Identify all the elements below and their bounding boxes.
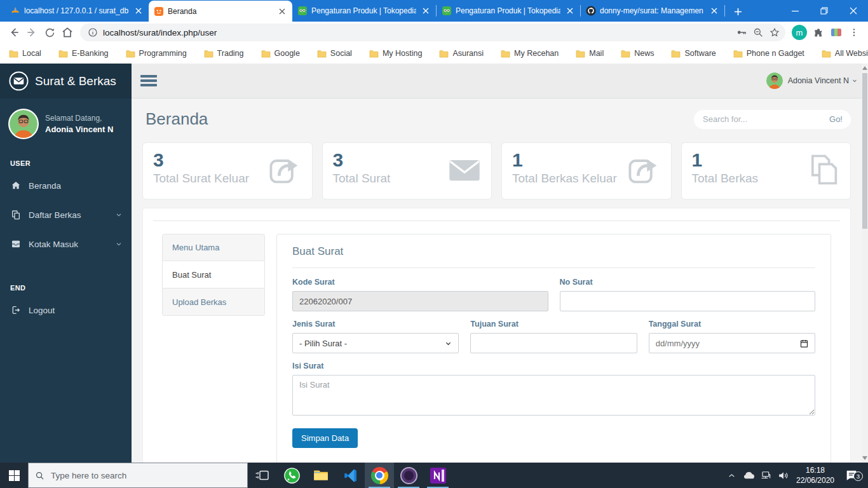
extension-icon[interactable] [827, 24, 845, 41]
bookmark-folder[interactable]: My Hosting [369, 49, 423, 58]
chrome-taskbar-icon[interactable] [365, 463, 394, 488]
extensions-puzzle-icon[interactable] [810, 24, 827, 41]
taskbar-search[interactable] [28, 463, 248, 488]
sidebar-item-label: Beranda [29, 181, 123, 191]
start-button[interactable] [0, 463, 28, 488]
no-surat-field[interactable] [560, 291, 816, 311]
isi-surat-label: Isi Surat [292, 362, 815, 370]
home-button[interactable] [58, 24, 76, 41]
tab-close-icon[interactable] [420, 6, 431, 17]
task-view-button[interactable] [248, 463, 277, 488]
sidebar-item-logout[interactable]: Logout [0, 295, 132, 325]
tanggal-surat-field[interactable]: dd/mm/yyyy [649, 333, 815, 353]
bookmark-folder[interactable]: Google [261, 49, 300, 58]
taskbar-clock[interactable]: 16:18 22/06/2020 [793, 465, 837, 485]
bookmark-folder[interactable]: Trading [204, 49, 244, 58]
search-icon [35, 471, 44, 480]
tab-phpmyadmin[interactable]: localhost / 127.0.0.1 / surat_db [5, 0, 149, 22]
taskbar-search-input[interactable] [51, 471, 241, 480]
folder-icon [822, 50, 831, 58]
panel-divider [153, 220, 840, 221]
info-icon[interactable] [88, 27, 98, 37]
bookmark-folder[interactable]: Programming [126, 49, 187, 58]
password-key-icon[interactable] [733, 24, 750, 41]
tab-tokopedia-1[interactable]: Pengaturan Produk | Tokopedia [292, 0, 436, 22]
bookmark-folder[interactable]: E-Banking [58, 49, 109, 58]
file-explorer-icon[interactable] [306, 463, 336, 488]
share-icon [268, 152, 303, 190]
search-go-button[interactable]: Go! [829, 114, 843, 124]
bookmark-label: My Recehan [514, 49, 559, 58]
bookmark-folder[interactable]: Asuransi [439, 49, 484, 58]
bookmark-folder[interactable]: Mail [576, 49, 604, 58]
bookmark-star-icon[interactable] [766, 24, 783, 41]
speaker-icon[interactable] [775, 470, 792, 482]
tab-title: localhost / 127.0.0.1 / surat_db [24, 6, 129, 15]
tujuan-surat-field[interactable] [470, 333, 637, 353]
tokopedia-favicon [442, 6, 452, 16]
jenis-surat-select[interactable]: - Pilih Surat - [292, 333, 459, 353]
sidebar-item-beranda[interactable]: Beranda [0, 171, 132, 200]
close-window-button[interactable] [839, 0, 868, 22]
search-input[interactable] [703, 114, 829, 124]
calendar-icon[interactable] [799, 339, 809, 348]
bookmark-folder[interactable]: My Recehan [501, 49, 559, 58]
address-bar[interactable]: localhost/surat/index.php/user [80, 24, 785, 41]
url-text[interactable]: localhost/surat/index.php/user [103, 28, 733, 37]
tab-close-icon[interactable] [709, 6, 719, 17]
action-center-button[interactable]: 3 [839, 468, 864, 482]
whatsapp-icon[interactable] [277, 463, 306, 488]
vscode-icon[interactable] [336, 463, 365, 488]
browser-menu-icon[interactable] [845, 24, 863, 41]
tab-close-icon[interactable] [133, 6, 144, 17]
profile-avatar[interactable]: m [792, 25, 807, 40]
reload-button[interactable] [41, 24, 58, 41]
bookmark-folder[interactable]: News [621, 49, 654, 58]
header-user-menu[interactable]: Adonia Vincent N [766, 72, 858, 89]
hamburger-menu-icon[interactable] [140, 75, 157, 86]
onenote-logo [430, 468, 446, 484]
bookmark-label: News [634, 49, 654, 58]
scrollbar-thumb[interactable] [862, 73, 867, 229]
copy-files-icon [806, 152, 841, 190]
sidebar-user-name: Adonia Vincent N [45, 125, 113, 134]
kode-surat-field [292, 291, 548, 311]
onedrive-cloud-icon[interactable] [740, 471, 757, 480]
tab-close-icon[interactable] [564, 6, 575, 17]
page-scrollbar[interactable] [862, 64, 868, 463]
sidebar-item-label: Kotak Masuk [29, 240, 115, 249]
simpan-data-button[interactable]: Simpan Data [292, 428, 358, 448]
app-search[interactable]: Go! [694, 110, 851, 129]
purple-app-icon[interactable] [394, 463, 423, 488]
app-header: Adonia Vincent N [132, 64, 868, 98]
isi-surat-field[interactable] [292, 375, 815, 416]
bookmark-label: Asuransi [452, 49, 484, 58]
tab-tokopedia-2[interactable]: Pengaturan Produk | Tokopedia [437, 0, 580, 22]
bookmark-folder[interactable]: Phone n Gadget [733, 49, 804, 58]
scroll-up-arrow[interactable] [862, 64, 868, 72]
forward-button[interactable] [23, 24, 41, 41]
tab-close-icon[interactable] [276, 6, 287, 17]
bookmark-folder[interactable]: Software [671, 49, 715, 58]
submenu-item-buat-surat[interactable]: Buat Surat [162, 261, 265, 288]
tab-beranda[interactable]: Beranda [149, 1, 292, 22]
envelope-icon [447, 152, 482, 190]
bookmark-folder[interactable]: Local [9, 49, 41, 58]
minimize-button[interactable] [780, 0, 810, 22]
new-tab-button[interactable] [729, 3, 747, 20]
zoom-icon[interactable] [750, 24, 766, 41]
submenu-item-upload-berkas[interactable]: Upload Berkas [162, 288, 265, 316]
bookmark-folder[interactable]: All Website [822, 49, 868, 58]
sidebar-item-daftar-berkas[interactable]: Daftar Berkas [0, 200, 132, 229]
bookmark-folder[interactable]: Social [317, 49, 352, 58]
welcome-text: Selamat Datang, [45, 114, 113, 123]
network-icon[interactable] [757, 470, 775, 481]
sidebar-item-kotak-masuk[interactable]: Kotak Masuk [0, 229, 132, 259]
submenu-item-menu-utama[interactable]: Menu Utama [162, 234, 265, 261]
scroll-down-arrow[interactable] [862, 454, 868, 463]
onenote-icon[interactable] [423, 463, 452, 488]
tab-github[interactable]: donny-mey/surat: Managemen [581, 0, 724, 22]
back-button[interactable] [5, 24, 23, 41]
restore-button[interactable] [810, 0, 839, 22]
tray-expand-icon[interactable] [723, 471, 740, 480]
